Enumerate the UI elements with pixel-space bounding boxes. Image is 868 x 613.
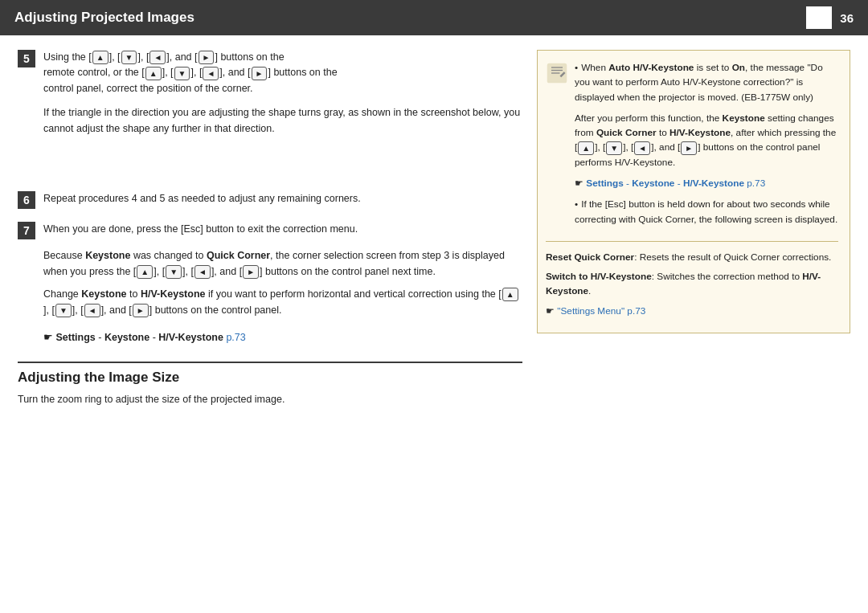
sub2-btn-right: ► (133, 304, 149, 317)
step-7-content: When you are done, press the [Esc] butto… (43, 222, 522, 239)
left-column: 5 Using the [▲], [▼], [◄], and [►] butto… (18, 50, 522, 605)
right-column: •When Auto H/V-Keystone is set to On, th… (537, 50, 850, 605)
notice-bottom: Reset Quick Corner: Resets the result of… (546, 250, 838, 318)
notice-keystone: Keystone (723, 112, 765, 124)
n-btn-down: ▼ (606, 141, 622, 155)
subtext-bold2: Quick Corner (207, 250, 270, 261)
notice-settings-link1-line: Settings - Keystone - H/V-Keystone p.73 (575, 176, 838, 190)
section-divider (18, 362, 522, 363)
settings-ref-text: Settings (55, 332, 95, 343)
rbtn-left: ◄ (203, 67, 219, 80)
notice-box: •When Auto H/V-Keystone is set to On, th… (537, 50, 850, 333)
settings-label: Settings (586, 178, 624, 189)
step5-note: If the triangle in the direction you are… (43, 104, 522, 137)
pencil-note-icon (546, 62, 568, 84)
settings-ref-link[interactable]: p.73 (226, 332, 245, 343)
step-5-block: 5 Using the [▲], [▼], [◄], and [►] butto… (18, 50, 522, 96)
step7-text: When you are done, press the [Esc] butto… (43, 223, 358, 235)
notice-switch: Switch to H/V-Keystone: Switches the cor… (546, 269, 838, 299)
section2-heading: Adjusting the Image Size (18, 370, 522, 386)
btn-down: ▼ (121, 51, 137, 64)
notice-header: •When Auto H/V-Keystone is set to On, th… (546, 60, 838, 233)
subtext-bold4: H/V-Keystone (141, 288, 206, 300)
notice-auto-hv: Auto H/V-Keystone (608, 62, 694, 73)
step5-line3: control panel, correct the position of t… (43, 83, 253, 94)
page-number: 36 (840, 11, 854, 25)
step-7-number: 7 (18, 222, 35, 239)
notice-bullet2: •If the [Esc] button is held down for ab… (575, 197, 838, 227)
sub2-btn-down: ▼ (55, 304, 72, 317)
rbtn-right: ► (252, 67, 268, 80)
sub-btn-down: ▼ (166, 265, 182, 279)
sub-btn-up: ▲ (137, 265, 153, 279)
settings-keystone-text: Keystone (104, 332, 149, 343)
keystone-label: Keystone (632, 178, 674, 189)
header-right: 36 (806, 6, 854, 29)
step-6-number: 6 (18, 191, 35, 209)
notice-settings-link2[interactable]: Settings - Keystone - H/V-Keystone p.73 (575, 178, 765, 189)
settings-hvkeystone-text: H/V-Keystone (158, 332, 223, 343)
step-6-content: Repeat procedures 4 and 5 as needed to a… (43, 191, 522, 209)
notice-reset: Reset Quick Corner: Resets the result of… (546, 250, 838, 264)
n-btn-up: ▲ (578, 141, 594, 155)
btn-left: ◄ (149, 51, 166, 64)
section2-body: Turn the zoom ring to adjust the size of… (18, 391, 522, 407)
page-title: Adjusting Projected Images (14, 10, 194, 26)
notice-bullet1: •When Auto H/V-Keystone is set to On, th… (575, 60, 838, 104)
rbtn-down: ▼ (174, 67, 190, 80)
step-7-block: 7 When you are done, press the [Esc] but… (18, 222, 522, 239)
sub2-btn-up: ▲ (502, 288, 518, 301)
rbtn-up: ▲ (145, 67, 162, 80)
btn-up: ▲ (92, 51, 108, 64)
n-btn-right: ► (681, 141, 697, 155)
notice-after-text: After you perform this function, the Key… (575, 111, 838, 170)
subtext-bold3: Keystone (81, 288, 126, 300)
step5-line1: Using the [▲], [▼], [◄], and [►] buttons… (43, 51, 285, 63)
header-white-box (806, 6, 832, 29)
step-5-content: Using the [▲], [▼], [◄], and [►] buttons… (43, 50, 522, 96)
sub-btn-right: ► (243, 265, 259, 279)
notice-switch-bold: Switch to H/V-Keystone (546, 271, 652, 282)
hv-keystone-label: H/V-Keystone (683, 178, 744, 189)
notice-icon (546, 62, 568, 84)
notice-reset-bold: Reset Quick Corner (546, 251, 634, 263)
sub2-btn-left: ◄ (84, 304, 100, 317)
settings-ref-bottom: Settings - Keystone - H/V-Keystone p.73 (43, 329, 522, 345)
notice-on: On (732, 62, 745, 73)
notice-settings-menu-line: "Settings Menu" p.73 (546, 304, 838, 318)
notice-hv-keystone: H/V-Keystone (669, 127, 731, 138)
notice-link2[interactable]: p.73 (627, 305, 645, 317)
notice-settings-menu[interactable]: "Settings Menu" p.73 (546, 305, 645, 317)
notice-link1[interactable]: p.73 (747, 178, 765, 189)
subtext-bold1: Keystone (85, 250, 130, 261)
subtext-para2: Change Keystone to H/V-Keystone if you w… (43, 286, 522, 318)
step-5-number: 5 (18, 50, 35, 67)
notice-content: •When Auto H/V-Keystone is set to On, th… (575, 60, 838, 233)
step-6-block: 6 Repeat procedures 4 and 5 as needed to… (18, 191, 522, 209)
main-content: 5 Using the [▲], [▼], [◄], and [►] butto… (0, 35, 868, 613)
step5-line2: remote control, or the [▲], [▼], [◄], an… (43, 67, 338, 78)
n-btn-left: ◄ (634, 141, 650, 155)
subtext-para1: Because Keystone was changed to Quick Co… (43, 247, 522, 280)
page-header: Adjusting Projected Images 36 (0, 0, 868, 35)
step6-text: Repeat procedures 4 and 5 as needed to a… (43, 193, 361, 204)
notice-divider (546, 241, 838, 242)
sub-btn-left: ◄ (194, 265, 211, 279)
notice-quick-corner: Quick Corner (596, 127, 657, 138)
btn-right: ► (199, 51, 215, 64)
